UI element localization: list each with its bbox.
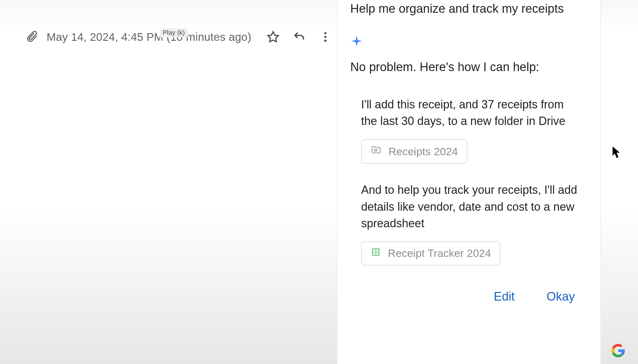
svg-marker-0 xyxy=(268,32,278,42)
user-prompt: Help me organize and track my receipts xyxy=(350,2,588,16)
email-body: ur recent stay. directly. xyxy=(0,127,166,196)
play-tooltip: Play (k) xyxy=(160,28,188,37)
drive-folder-chip[interactable]: Receipts 2024 xyxy=(361,139,467,164)
email-body-line: directly. xyxy=(0,162,166,182)
sheets-chip[interactable]: Receipt Tracker 2024 xyxy=(361,241,501,266)
svg-rect-7 xyxy=(376,250,378,252)
assistant-panel: Help me organize and track my receipts N… xyxy=(337,0,601,364)
svg-point-1 xyxy=(324,32,327,34)
assistant-step-1: I'll add this receipt, and 37 receipts f… xyxy=(361,96,578,129)
svg-point-2 xyxy=(324,36,327,38)
svg-point-3 xyxy=(324,40,327,42)
svg-rect-5 xyxy=(372,248,380,256)
chip-label: Receipts 2024 xyxy=(389,145,458,158)
okay-button[interactable]: Okay xyxy=(546,290,575,303)
google-logo-icon xyxy=(611,344,625,358)
mouse-cursor-icon xyxy=(612,146,621,159)
sheets-icon xyxy=(371,247,381,260)
svg-rect-9 xyxy=(376,252,378,255)
svg-rect-6 xyxy=(373,250,375,252)
svg-rect-4 xyxy=(374,149,377,151)
assistant-step-2: And to help you track your receipts, I'l… xyxy=(361,182,578,232)
svg-rect-8 xyxy=(373,252,375,255)
folder-icon xyxy=(371,145,382,158)
reply-icon[interactable] xyxy=(292,30,306,44)
assistant-intro: No problem. Here's how I can help: xyxy=(350,60,588,74)
email-timestamp: May 14, 2024, 4:45 PM (10 minutes ago) P… xyxy=(47,31,251,43)
assistant-actions: Edit Okay xyxy=(494,290,575,303)
attachment-icon[interactable] xyxy=(26,30,38,44)
edit-button[interactable]: Edit xyxy=(494,290,515,303)
gemini-sparkle-icon xyxy=(350,35,588,49)
chip-label: Receipt Tracker 2024 xyxy=(388,247,491,259)
email-header-toolbar: May 14, 2024, 4:45 PM (10 minutes ago) P… xyxy=(26,30,332,44)
more-menu-icon[interactable] xyxy=(318,30,332,44)
email-body-line: ur recent stay. xyxy=(0,127,166,148)
star-icon[interactable] xyxy=(266,30,280,44)
